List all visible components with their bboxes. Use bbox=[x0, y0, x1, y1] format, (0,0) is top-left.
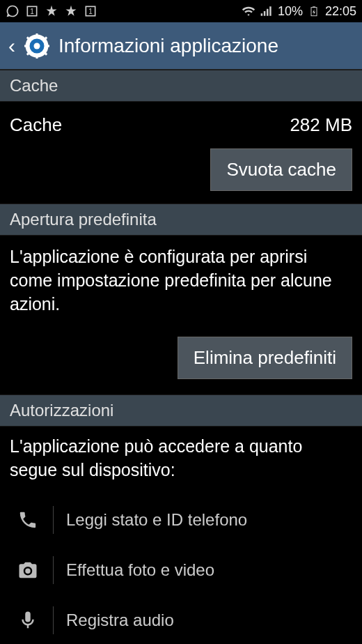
signal-icon bbox=[260, 4, 274, 18]
permission-row-camera: Effettua foto e video bbox=[10, 545, 352, 595]
svg-text:1: 1 bbox=[30, 8, 34, 15]
section-header-permissions: Autorizzazioni bbox=[0, 394, 362, 427]
star-icon-2 bbox=[64, 4, 78, 18]
status-bar: 1 1 10% 22:05 bbox=[0, 0, 362, 22]
notification-1-icon: 1 bbox=[25, 4, 39, 18]
permission-label: Registra audio bbox=[66, 611, 174, 630]
battery-charging-icon bbox=[307, 4, 321, 18]
app-header: ‹ Informazioni applicazione bbox=[0, 22, 362, 70]
page-title: Informazioni applicazione bbox=[58, 35, 278, 57]
svg-rect-12 bbox=[45, 45, 49, 47]
clear-defaults-button[interactable]: Elimina predefiniti bbox=[178, 337, 352, 379]
back-icon[interactable]: ‹ bbox=[8, 34, 15, 58]
default-description: L'applicazione è configurata per aprirsi… bbox=[10, 245, 352, 316]
notification-2-icon: 1 bbox=[84, 4, 97, 18]
battery-percent: 10% bbox=[278, 4, 303, 19]
clock: 22:05 bbox=[325, 4, 356, 19]
cache-value: 282 MB bbox=[290, 114, 352, 136]
camera-icon bbox=[15, 560, 40, 581]
svg-rect-10 bbox=[36, 54, 38, 59]
permission-row-mic: Registra audio bbox=[10, 595, 352, 644]
clear-cache-button[interactable]: Svuota cache bbox=[210, 148, 352, 191]
divider bbox=[53, 606, 54, 634]
settings-gear-icon[interactable] bbox=[24, 33, 50, 59]
phone-icon bbox=[15, 509, 40, 530]
whatsapp-icon bbox=[6, 4, 19, 18]
svg-rect-9 bbox=[36, 33, 38, 38]
mic-icon bbox=[15, 610, 40, 631]
permission-row-phone: Leggi stato e ID telefono bbox=[10, 495, 352, 545]
svg-text:1: 1 bbox=[88, 8, 93, 15]
status-right-icons: 10% 22:05 bbox=[242, 4, 356, 19]
svg-point-8 bbox=[34, 43, 40, 49]
section-header-default: Apertura predefinita bbox=[0, 204, 362, 236]
svg-rect-5 bbox=[313, 6, 315, 7]
divider bbox=[53, 556, 54, 584]
svg-rect-11 bbox=[24, 45, 29, 47]
cache-label: Cache bbox=[10, 114, 62, 136]
wifi-icon bbox=[242, 4, 255, 18]
permission-label: Effettua foto e video bbox=[66, 560, 214, 580]
cache-row: Cache 282 MB bbox=[0, 102, 362, 141]
permission-label: Leggi stato e ID telefono bbox=[66, 510, 247, 530]
section-header-cache: Cache bbox=[0, 70, 362, 102]
status-left-icons: 1 1 bbox=[6, 4, 97, 18]
star-icon bbox=[45, 4, 58, 18]
divider bbox=[53, 506, 54, 534]
permissions-intro: L'applicazione può accedere a quanto seg… bbox=[10, 435, 352, 482]
